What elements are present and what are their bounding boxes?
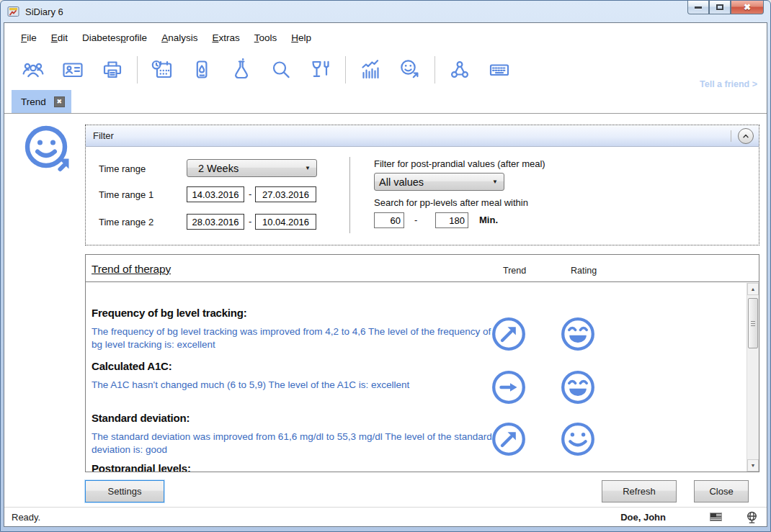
trend-table-header: Trend of therapy Trend Rating <box>86 255 759 282</box>
scroll-down-button[interactable]: ▼ <box>747 459 759 472</box>
trend-table-title: Trend of therapy <box>92 263 171 276</box>
toolbar: Tell a friend > <box>4 49 767 90</box>
header-separator <box>731 130 731 142</box>
statistics-icon[interactable] <box>359 58 382 81</box>
lab-flask-icon[interactable] <box>230 58 253 81</box>
pp-filter-label: Filter for post-prandial values (after m… <box>374 158 545 169</box>
scroll-up-button[interactable]: ▲ <box>747 283 759 295</box>
chevron-down-icon: ▼ <box>305 165 311 171</box>
range-dash: - <box>249 216 251 227</box>
current-user: Doe, John <box>620 512 666 523</box>
menu-analysis[interactable]: Analysis <box>154 30 205 45</box>
time-range2-label: Time range 2 <box>99 217 153 227</box>
scrollbar-thumb[interactable] <box>748 298 758 348</box>
range-dash: - <box>249 189 251 199</box>
trend-table-body: Frequency of bg level tracking: The freq… <box>86 283 759 472</box>
menu-bar: File Edit Diabetesprofile Analysis Extra… <box>4 23 767 49</box>
row-title: Calculated A1C: <box>92 360 744 372</box>
tab-close-icon[interactable]: ✖ <box>54 96 65 107</box>
chevron-down-icon: ▼ <box>492 179 498 185</box>
menu-diabetesprofile[interactable]: Diabetesprofile <box>75 30 154 45</box>
app-window: SiDiary 6 ✖ File Edit Diabetesprofile An… <box>0 0 771 532</box>
keyboard-icon[interactable] <box>488 58 511 81</box>
row-title: Postprandial levels: <box>92 462 744 472</box>
time-range-label: Time range <box>99 163 146 174</box>
filter-panel: Filter Time range 2 Weeks ▼ Time range 1… <box>85 125 759 245</box>
close-window-button[interactable]: ✖ <box>731 1 764 14</box>
calendar-clock-icon[interactable] <box>151 58 174 81</box>
status-text: Ready. <box>12 512 40 523</box>
users-icon[interactable] <box>22 58 45 81</box>
menu-extras[interactable]: Extras <box>205 30 246 45</box>
trend-up-right-icon <box>491 421 527 457</box>
trend-right-icon <box>491 369 527 405</box>
menu-edit[interactable]: Edit <box>44 30 75 45</box>
status-bar: Ready. Doe, John <box>4 507 767 526</box>
language-flag-icon[interactable] <box>710 513 722 521</box>
title-bar: SiDiary 6 ✖ <box>1 1 770 22</box>
tab-trend[interactable]: Trend ✖ <box>12 90 71 113</box>
globe-icon <box>745 510 759 524</box>
rating-laugh-icon <box>560 369 596 405</box>
glucose-meter-icon[interactable] <box>190 58 213 81</box>
column-trend: Trend <box>503 266 526 276</box>
contact-card-icon[interactable] <box>61 58 84 81</box>
share-icon[interactable] <box>448 58 471 81</box>
rating-laugh-icon <box>560 316 596 352</box>
tell-a-friend-link[interactable]: Tell a friend > <box>700 79 757 89</box>
client-area: File Edit Diabetesprofile Analysis Extra… <box>4 22 767 527</box>
row-description: The standard deviation was improved from… <box>92 430 492 456</box>
close-icon: ✖ <box>744 3 751 12</box>
window-controls: ✖ <box>687 1 764 14</box>
settings-button[interactable]: Settings <box>85 480 164 502</box>
filter-divider <box>349 157 350 233</box>
rating-smile-icon <box>560 421 596 457</box>
time-range1-from-input[interactable] <box>187 186 244 202</box>
menu-file[interactable]: File <box>14 30 44 45</box>
pp-max-input[interactable] <box>435 212 468 228</box>
trend-of-therapy-section: Trend of therapy Trend Rating Frequency … <box>85 254 759 472</box>
toolbar-separator <box>137 56 138 84</box>
chevron-up-icon <box>741 132 751 140</box>
pp-unit-label: Min. <box>479 215 498 225</box>
trend-up-right-icon <box>491 316 527 352</box>
pp-min-input[interactable] <box>374 212 404 228</box>
window-title: SiDiary 6 <box>25 6 63 17</box>
main-content: Filter Time range 2 Weeks ▼ Time range 1… <box>4 114 767 507</box>
tab-label: Trend <box>21 96 46 107</box>
row-title: Frequency of bg level tracking: <box>92 307 744 319</box>
tab-bar: Trend ✖ <box>4 90 767 114</box>
row-description: The frequency of bg level tracking was i… <box>92 325 492 351</box>
pp-search-label: Search for pp-levels after meal within <box>374 197 528 208</box>
table-row: Postprandial levels: <box>92 462 744 472</box>
pp-filter-value: All values <box>379 176 424 188</box>
row-title: Standard deviation: <box>92 412 744 424</box>
trend-smiley-icon[interactable] <box>398 58 422 81</box>
close-button[interactable]: Close <box>694 480 749 502</box>
time-range2-from-input[interactable] <box>187 214 244 230</box>
time-range2-to-input[interactable] <box>255 214 316 230</box>
search-icon[interactable] <box>269 58 293 81</box>
app-logo-icon <box>7 6 20 17</box>
maximize-button[interactable] <box>709 1 731 14</box>
refresh-button[interactable]: Refresh <box>602 480 677 502</box>
time-range-value: 2 Weeks <box>198 163 239 174</box>
filter-header: Filter <box>86 125 759 147</box>
column-rating: Rating <box>571 266 597 276</box>
toolbar-separator <box>434 56 435 84</box>
toolbar-separator <box>345 56 346 84</box>
nutrition-icon[interactable] <box>309 58 332 81</box>
vertical-scrollbar[interactable]: ▲ ▼ <box>747 283 759 472</box>
menu-tools[interactable]: Tools <box>247 30 285 45</box>
collapse-filter-button[interactable] <box>738 128 754 144</box>
time-range1-to-input[interactable] <box>255 186 316 202</box>
minimize-icon <box>695 6 702 9</box>
pp-filter-dropdown[interactable]: All values ▼ <box>374 173 504 191</box>
range-dash: - <box>414 215 417 225</box>
printer-icon[interactable] <box>101 58 124 81</box>
time-range-dropdown[interactable]: 2 Weeks ▼ <box>187 159 317 177</box>
menu-help[interactable]: Help <box>284 30 318 45</box>
minimize-button[interactable] <box>687 1 709 14</box>
table-row: Calculated A1C: The A1C hasn't changed m… <box>92 360 744 392</box>
row-description: The A1C hasn't changed much (6 to 5,9) T… <box>92 379 492 392</box>
